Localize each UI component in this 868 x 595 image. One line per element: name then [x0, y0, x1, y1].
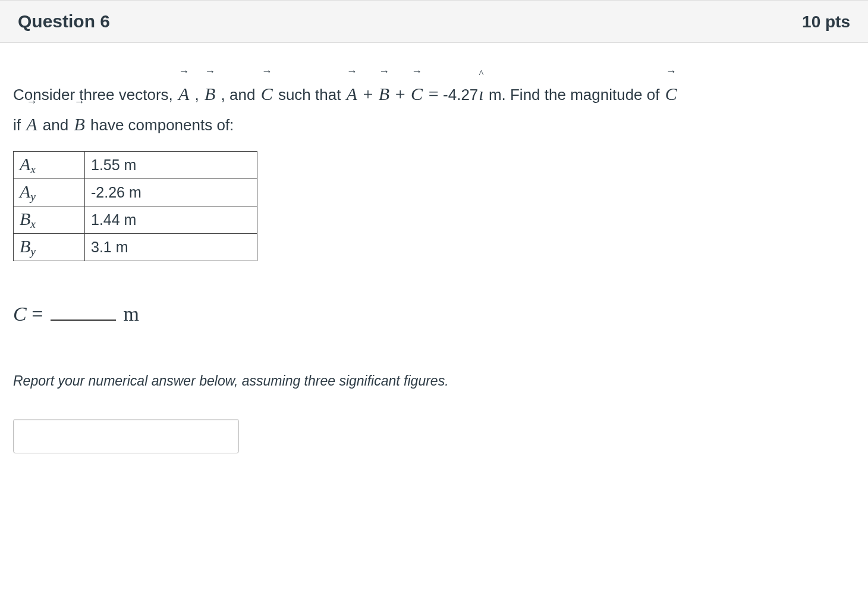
answer-input[interactable] — [13, 419, 239, 453]
table-row: By 3.1 m — [14, 233, 257, 261]
unit-vector-i: ^ı — [478, 79, 484, 109]
component-value: 3.1 m — [85, 233, 257, 261]
prompt-text: Consider three vectors, — [13, 86, 177, 104]
plus: + — [391, 84, 410, 104]
vector-c: →C — [664, 79, 678, 109]
answer-unit: m — [118, 303, 139, 325]
component-value: 1.44 m — [85, 206, 257, 233]
answer-symbol: C — [13, 303, 27, 325]
vector-b: →B — [378, 79, 391, 109]
vector-c: →C — [260, 79, 274, 109]
equals: = — [27, 303, 48, 325]
components-table: Ax 1.55 m Ay -2.26 m Bx 1.44 m By 3.1 m — [13, 151, 257, 261]
vector-a: →A — [345, 79, 358, 109]
table-row: Ax 1.55 m — [14, 152, 257, 179]
vector-a: →A — [25, 109, 38, 139]
table-row: Ay -2.26 m — [14, 178, 257, 206]
prompt-text: have components of: — [90, 116, 234, 134]
component-label: Ay — [14, 178, 85, 206]
question-title: Question 6 — [18, 11, 110, 32]
component-value: -2.26 m — [85, 178, 257, 206]
component-label: Ax — [14, 152, 85, 179]
sep: , and — [216, 86, 259, 104]
table-row: Bx 1.44 m — [14, 206, 257, 233]
vector-a: →A — [177, 79, 190, 109]
question-header: Question 6 10 pts — [0, 0, 868, 43]
question-prompt: Consider three vectors, →A , →B , and →C… — [13, 79, 850, 139]
sep: , — [190, 86, 203, 104]
vector-b: →B — [73, 109, 86, 139]
plus: + — [358, 84, 378, 104]
vector-b: →B — [203, 79, 216, 109]
prompt-text: if — [13, 116, 25, 134]
component-label: Bx — [14, 206, 85, 233]
answer-blank — [51, 305, 116, 321]
prompt-text: and — [43, 116, 73, 134]
equals: = — [424, 84, 443, 104]
prompt-text: such that — [278, 86, 345, 104]
instruction-text: Report your numerical answer below, assu… — [13, 373, 850, 389]
question-points: 10 pts — [802, 12, 850, 32]
rhs-number: -4.27 — [443, 86, 478, 104]
answer-expression: C = m — [13, 303, 850, 325]
component-value: 1.55 m — [85, 152, 257, 179]
vector-c: →C — [410, 79, 424, 109]
prompt-text: m. Find the magnitude of — [485, 86, 664, 104]
component-label: By — [14, 233, 85, 261]
question-body: Consider three vectors, →A , →B , and →C… — [0, 43, 868, 477]
